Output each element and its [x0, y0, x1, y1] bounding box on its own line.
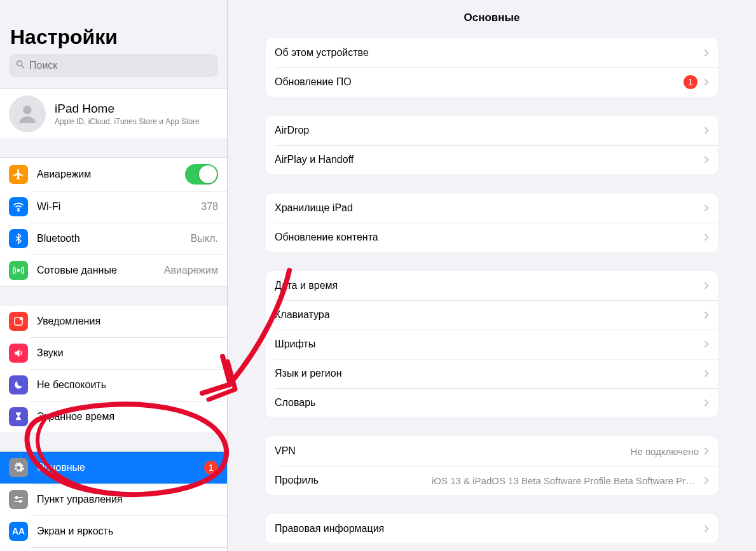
- row-value: iOS 13 & iPadOS 13 Beta Software Profile…: [432, 475, 699, 486]
- main-item-fonts[interactable]: Шрифты: [266, 330, 718, 359]
- main-item-language[interactable]: Язык и регион: [266, 359, 718, 388]
- sidebar-item-dnd[interactable]: Не беспокоить: [0, 369, 227, 401]
- row-label: Хранилище iPad: [275, 202, 704, 214]
- main-group-datetime: Дата и время Клавиатура Шрифты Язык и ре…: [266, 271, 718, 417]
- row-value: 378: [201, 201, 218, 213]
- row-value: Авиарежим: [164, 265, 218, 276]
- profile-row[interactable]: iPad Home Apple ID, iCloud, iTunes Store…: [0, 89, 227, 139]
- row-label: Язык и регион: [275, 368, 704, 379]
- main-item-vpn[interactable]: VPN Не подключено: [266, 436, 718, 466]
- row-label: Не беспокоить: [37, 379, 218, 391]
- wifi-icon: [9, 197, 28, 216]
- chevron-right-icon: [704, 281, 709, 290]
- row-label: Об этом устройстве: [275, 47, 704, 59]
- sidebar-item-cellular[interactable]: Сотовые данные Авиарежим: [0, 255, 227, 286]
- sidebar-item-home-dock[interactable]: Экран «Домой» и Dock: [0, 547, 227, 551]
- row-label: AirPlay и Handoff: [275, 154, 704, 165]
- main-item-keyboard[interactable]: Клавиатура: [266, 300, 718, 330]
- bluetooth-icon: [9, 229, 28, 248]
- chevron-right-icon: [704, 524, 709, 533]
- sidebar-item-sounds[interactable]: Звуки: [0, 337, 227, 369]
- chevron-right-icon: [704, 310, 709, 319]
- main-group-about: Об этом устройстве Обновление ПО 1: [266, 38, 718, 97]
- chevron-right-icon: [704, 369, 709, 378]
- row-value: Не подключено: [631, 446, 699, 457]
- chevron-right-icon: [704, 126, 709, 135]
- main-item-storage[interactable]: Хранилище iPad: [266, 193, 718, 223]
- sidebar-item-airplane[interactable]: Авиарежим: [0, 158, 227, 191]
- main-item-legal[interactable]: Правовая информация: [266, 514, 718, 543]
- row-label: Профиль: [275, 475, 432, 486]
- chevron-right-icon: [704, 476, 709, 485]
- row-label: Wi-Fi: [37, 201, 192, 213]
- row-label: Дата и время: [275, 280, 704, 291]
- main-group-vpn: VPN Не подключено Профиль iOS 13 & iPadO…: [266, 436, 718, 495]
- sidebar-title: Настройки: [9, 25, 218, 54]
- sidebar-item-bluetooth[interactable]: Bluetooth Выкл.: [0, 223, 227, 255]
- aa-icon: AA: [9, 522, 28, 541]
- row-label: Сотовые данные: [37, 265, 155, 276]
- row-label: Клавиатура: [275, 309, 704, 321]
- row-value: Выкл.: [191, 233, 218, 244]
- main-item-airdrop[interactable]: AirDrop: [266, 116, 718, 145]
- sidebar-item-notifications[interactable]: Уведомления: [0, 305, 227, 337]
- search-input[interactable]: [29, 60, 212, 71]
- sidebar-group-notify: Уведомления Звуки Не беспокоить Экранное…: [0, 305, 227, 433]
- svg-point-3: [18, 210, 19, 211]
- row-label: Обновление ПО: [275, 76, 684, 88]
- main-title: Основные: [228, 0, 756, 32]
- chevron-right-icon: [704, 340, 709, 349]
- row-label: VPN: [275, 445, 631, 457]
- avatar-icon: [9, 95, 46, 132]
- main-item-airplay[interactable]: AirPlay и Handoff: [266, 145, 718, 174]
- row-label: Пункт управления: [37, 494, 218, 505]
- svg-point-4: [18, 270, 20, 272]
- row-label: Звуки: [37, 347, 218, 359]
- sidebar-item-control-center[interactable]: Пункт управления: [0, 484, 227, 515]
- profile-subtitle: Apple ID, iCloud, iTunes Store и App Sto…: [55, 117, 200, 126]
- main-group-storage: Хранилище iPad Обновление контента: [266, 193, 718, 252]
- main-item-content-refresh[interactable]: Обновление контента: [266, 223, 718, 252]
- badge: 1: [204, 461, 218, 475]
- row-label: Уведомления: [37, 316, 218, 327]
- speaker-icon: [9, 344, 28, 363]
- sidebar-item-screentime[interactable]: Экранное время: [0, 401, 227, 433]
- svg-line-1: [22, 66, 24, 68]
- chevron-right-icon: [704, 398, 709, 407]
- sidebar-item-general[interactable]: Основные 1: [0, 452, 227, 484]
- row-label: Экран и яркость: [37, 526, 218, 537]
- sidebar-item-wifi[interactable]: Wi-Fi 378: [0, 191, 227, 223]
- airplane-icon: [9, 165, 28, 184]
- row-label: Bluetooth: [37, 233, 182, 244]
- chevron-right-icon: [704, 447, 709, 456]
- sidebar-header: Настройки: [0, 0, 227, 82]
- row-label: Словарь: [275, 397, 704, 408]
- svg-point-0: [17, 61, 22, 66]
- search-icon: [15, 59, 25, 72]
- hourglass-icon: [9, 407, 28, 426]
- row-label: Экранное время: [37, 411, 218, 422]
- sidebar-item-display[interactable]: AA Экран и яркость: [0, 515, 227, 547]
- svg-point-6: [20, 317, 23, 320]
- row-label: Авиарежим: [37, 169, 176, 180]
- main-item-dictionary[interactable]: Словарь: [266, 388, 718, 417]
- search-field[interactable]: [9, 54, 218, 77]
- settings-sidebar: Настройки iPad Home Apple ID, iCloud, iT…: [0, 0, 228, 551]
- profile-name: iPad Home: [55, 102, 200, 116]
- main-content: Основные Об этом устройстве Обновление П…: [228, 0, 756, 551]
- airplane-toggle[interactable]: [185, 164, 218, 185]
- gear-icon: [9, 458, 28, 477]
- main-item-about[interactable]: Об этом устройстве: [266, 38, 718, 67]
- chevron-right-icon: [704, 204, 709, 213]
- main-item-datetime[interactable]: Дата и время: [266, 271, 718, 300]
- row-label: Обновление контента: [275, 232, 704, 243]
- badge: 1: [684, 75, 698, 89]
- row-label: Шрифты: [275, 338, 704, 350]
- chevron-right-icon: [704, 48, 709, 57]
- main-item-profile[interactable]: Профиль iOS 13 & iPadOS 13 Beta Software…: [266, 466, 718, 495]
- profile-section: iPad Home Apple ID, iCloud, iTunes Store…: [0, 88, 227, 139]
- chevron-right-icon: [704, 78, 709, 87]
- chevron-right-icon: [704, 233, 709, 242]
- main-item-software-update[interactable]: Обновление ПО 1: [266, 67, 718, 97]
- sidebar-group-general: Основные 1 Пункт управления AA Экран и я…: [0, 451, 227, 551]
